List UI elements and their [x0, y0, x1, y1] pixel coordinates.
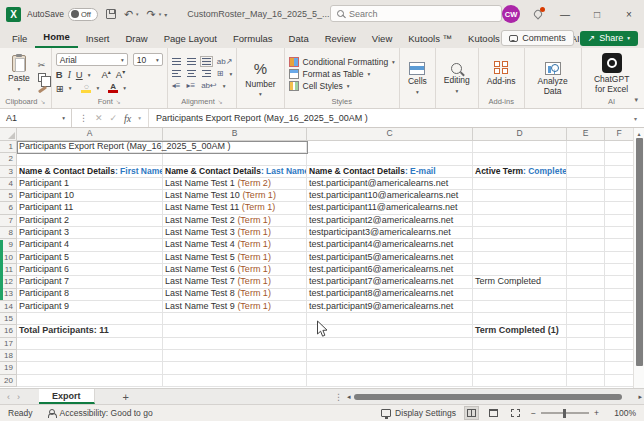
cell-F14[interactable] — [605, 301, 633, 313]
formula-bar-handle-icon[interactable]: ⋮ — [79, 113, 88, 123]
cell-A5[interactable]: Participant 10 — [17, 190, 163, 202]
cell-A17[interactable] — [17, 338, 163, 350]
row-header-3[interactable]: 3 — [0, 166, 17, 178]
cell-B12[interactable]: Last Name Test 7 (Term 1) — [163, 276, 307, 288]
cell-C15[interactable] — [307, 313, 473, 325]
sheet-tab-export[interactable]: Export — [39, 389, 95, 404]
cell-B10[interactable]: Last Name Test 5 (Term 1) — [163, 252, 307, 264]
cell-F1[interactable] — [605, 141, 633, 153]
cell-D9[interactable] — [473, 239, 567, 251]
cell-F18[interactable] — [605, 350, 633, 362]
borders-button[interactable]: ⊞ — [56, 83, 64, 94]
cell-A4[interactable]: Participant 1 — [17, 178, 163, 190]
cell-A2[interactable] — [17, 153, 163, 165]
align-left-button[interactable] — [172, 70, 181, 77]
cell-B8[interactable]: Last Name Test 3 (Term 1) — [163, 227, 307, 239]
cell-E6[interactable] — [567, 202, 605, 214]
col-header-E[interactable]: E — [567, 128, 605, 141]
cell-B11[interactable]: Last Name Test 6 (Term 1) — [163, 264, 307, 276]
cell-A8[interactable]: Participant 3 — [17, 227, 163, 239]
cell-F2[interactable] — [605, 153, 633, 165]
cell-A12[interactable]: Participant 7 — [17, 276, 163, 288]
row-header-6[interactable]: 6 — [0, 202, 17, 214]
cell-A16[interactable]: Total Participants: 11 — [17, 325, 163, 337]
cell-D6[interactable] — [473, 202, 567, 214]
col-header-B[interactable]: B — [163, 128, 307, 141]
cell-F6[interactable] — [605, 202, 633, 214]
cell-F15[interactable] — [605, 313, 633, 325]
expand-formula-bar-icon[interactable]: ▾ — [627, 109, 644, 127]
cancel-entry-button[interactable]: ✕ — [95, 113, 103, 123]
cell-D2[interactable] — [473, 153, 567, 165]
align-bottom-button[interactable] — [202, 58, 211, 65]
align-middle-button[interactable] — [187, 58, 196, 65]
cell-B14[interactable]: Last Name Test 9 (Term 1) — [163, 301, 307, 313]
cell-F4[interactable] — [605, 178, 633, 190]
cell-C7[interactable]: test.participant2@americalearns.net — [307, 215, 473, 227]
wrap-text-button[interactable]: ab↩ — [201, 81, 217, 90]
cell-D7[interactable] — [473, 215, 567, 227]
row-header-20[interactable]: 20 — [0, 375, 17, 387]
cell-B19[interactable] — [163, 362, 307, 374]
decrease-indent-button[interactable]: ◂≡ — [172, 81, 181, 90]
tab-draw[interactable]: Draw — [117, 30, 155, 48]
row-header-5[interactable]: 5 — [0, 190, 17, 202]
cell-F10[interactable] — [605, 252, 633, 264]
cell-C17[interactable] — [307, 338, 473, 350]
cell-D13[interactable] — [473, 289, 567, 301]
tabbar-splitter-icon[interactable]: ⋮ — [334, 392, 343, 402]
conditional-formatting-button[interactable]: Conditional Formatting▾ — [289, 57, 395, 67]
row-header-1[interactable]: 1 — [0, 141, 17, 153]
tab-view[interactable]: View — [364, 30, 400, 48]
row-header-7[interactable]: 7 — [0, 215, 17, 227]
save-icon[interactable] — [106, 9, 116, 19]
cell-D16[interactable]: Term Completed (1) — [473, 325, 567, 337]
cell-C10[interactable]: test.participant5@americalearns.net — [307, 252, 473, 264]
tab-formulas[interactable]: Formulas — [225, 30, 281, 48]
tab-file[interactable]: File — [4, 30, 35, 48]
scroll-left-icon[interactable]: ◂ — [347, 393, 351, 401]
font-color-dropdown-icon[interactable]: ▾ — [123, 85, 126, 91]
cell-A7[interactable]: Participant 2 — [17, 215, 163, 227]
fill-color-button[interactable]: ◌ — [81, 83, 91, 93]
cell-B16[interactable] — [163, 325, 307, 337]
cell-E11[interactable] — [567, 264, 605, 276]
cell-D8[interactable] — [473, 227, 567, 239]
cell-C11[interactable]: test.participant6@americalearns.net — [307, 264, 473, 276]
tab-insert[interactable]: Insert — [78, 30, 118, 48]
cell-D20[interactable] — [473, 375, 567, 387]
cell-A20[interactable] — [17, 375, 163, 387]
undo-button[interactable]: ↶ — [124, 8, 133, 21]
confirm-entry-button[interactable]: ✓ — [110, 113, 118, 123]
cell-F12[interactable] — [605, 276, 633, 288]
cell-E4[interactable] — [567, 178, 605, 190]
customize-qat-icon[interactable]: ▾ — [164, 11, 167, 18]
font-color-button[interactable]: A — [108, 83, 118, 93]
font-name-combo[interactable]: Arial▾ — [56, 53, 128, 66]
page-layout-view-button[interactable] — [487, 407, 500, 419]
cell-B9[interactable]: Last Name Test 4 (Term 1) — [163, 239, 307, 251]
cell-C8[interactable]: testparticipant3@americalearns.net — [307, 227, 473, 239]
merge-center-button[interactable]: ⊞ — [217, 69, 224, 78]
minimize-button[interactable]: — — [556, 9, 574, 20]
bold-button[interactable]: B — [56, 69, 63, 80]
add-sheet-button[interactable]: + — [113, 389, 139, 404]
cell-D15[interactable] — [473, 313, 567, 325]
col-header-F[interactable]: F — [605, 128, 633, 141]
vertical-scroll-thumb[interactable] — [636, 138, 643, 366]
cell-E3[interactable] — [567, 166, 605, 178]
col-header-C[interactable]: C — [307, 128, 473, 141]
cell-C12[interactable]: test.participant7@americalearns.net — [307, 276, 473, 288]
cell-C18[interactable] — [307, 350, 473, 362]
scroll-right-icon[interactable]: ▸ — [638, 393, 642, 401]
cell-E5[interactable] — [567, 190, 605, 202]
normal-view-button[interactable] — [465, 407, 478, 419]
fill-color-dropdown-icon[interactable]: ▾ — [96, 85, 99, 91]
autosave-control[interactable]: AutoSave Off — [27, 8, 98, 21]
cell-styles-button[interactable]: Cell Styles▾ — [289, 81, 395, 91]
cell-E13[interactable] — [567, 289, 605, 301]
tab-data[interactable]: Data — [281, 30, 317, 48]
cell-E17[interactable] — [567, 338, 605, 350]
row-header-17[interactable]: 17 — [0, 338, 17, 350]
insert-function-button[interactable]: fx — [124, 113, 131, 124]
